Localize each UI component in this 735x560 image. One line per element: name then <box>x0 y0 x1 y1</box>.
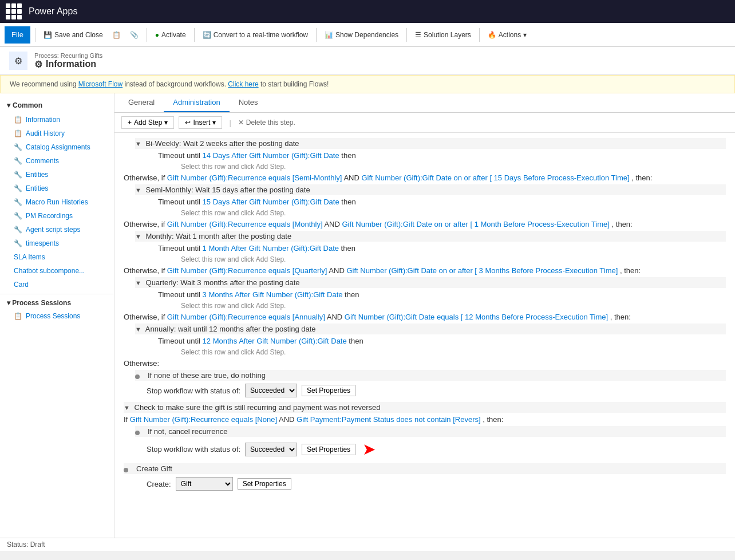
biweekly-select-row: Select this row and click Add Step. <box>181 161 726 172</box>
monthly-link-2[interactable]: Gift Number (Gift):Gift Date on or after… <box>342 220 609 228</box>
audit-icon: 📋 <box>14 129 22 137</box>
sidebar-item-entities-2[interactable]: 🔧 Entities <box>0 182 114 195</box>
actions-button[interactable]: 🔥 Actions ▾ <box>484 29 530 41</box>
sidebar-item-catalog[interactable]: 🔧 Catalog Assignments <box>0 140 114 154</box>
process-sessions-section: ▾ Process Sessions <box>0 294 114 309</box>
stop-status-select-2[interactable]: Succeeded Canceled Failed <box>245 443 297 456</box>
page-name-icon: ⚙ <box>34 59 42 70</box>
collapse-icon[interactable]: ▾ <box>7 101 10 109</box>
monthly-select-row: Select this row and click Add Step. <box>181 254 726 265</box>
quarterly-expand-icon[interactable]: ▼ <box>135 279 141 286</box>
sidebar-item-entities-1[interactable]: 🔧 Entities <box>0 168 114 182</box>
delete-step-button[interactable]: ✕ Delete this step. <box>238 119 295 127</box>
content-area: General Administration Notes + Add Step … <box>114 93 735 538</box>
biweekly-timeout-row: Timeout until 14 Days After Gift Number … <box>158 149 726 161</box>
copy-button[interactable]: 📋 <box>109 29 124 41</box>
file-button[interactable]: File <box>5 26 30 44</box>
monthly-timeout-row: Timeout until 1 Month After Gift Number … <box>158 242 726 254</box>
tab-notes[interactable]: Notes <box>230 93 267 112</box>
annually-link-1[interactable]: Gift Number (Gift):Recurrence equals [An… <box>167 313 325 321</box>
semi-monthly-link-2[interactable]: Gift Number (Gift):Gift Date on or after… <box>361 173 629 182</box>
toolbar: File 💾 Save and Close 📋 📎 ● Activate 🔄 C… <box>0 23 735 47</box>
add-step-button[interactable]: + Add Step ▾ <box>121 116 174 129</box>
sidebar-item-chatbot[interactable]: Chatbot subcompone... <box>0 264 114 278</box>
timeout-link-5[interactable]: 12 Months After Gift Number (Gift):Gift … <box>203 337 347 345</box>
timeout-link-4[interactable]: 3 Months After Gift Number (Gift):Gift D… <box>203 290 343 299</box>
tabs-bar: General Administration Notes <box>114 93 735 113</box>
quarterly-timeout-row: Timeout until 3 Months After Gift Number… <box>158 289 726 301</box>
bullet-icon-2 <box>135 431 140 435</box>
semimonthly-select-row: Select this row and click Add Step. <box>181 208 726 218</box>
activate-button[interactable]: ● Activate <box>152 29 189 41</box>
set-properties-button-3[interactable]: Set Properties <box>238 478 291 490</box>
status-text: Status: Draft <box>7 541 45 549</box>
otherwise-plain-row: Otherwise: <box>124 357 726 369</box>
banner-text-after: to start building Flows! <box>260 80 329 88</box>
payment-status-link[interactable]: Gift Payment:Payment Status does not con… <box>297 415 481 424</box>
sidebar-item-card[interactable]: Card <box>0 278 114 291</box>
create-row: Create: Gift Set Properties <box>147 475 726 493</box>
solution-layers-button[interactable]: ☰ Solution Layers <box>412 29 475 41</box>
stop-status-select-1[interactable]: Succeeded Canceled Failed <box>245 384 297 397</box>
timeout-link-3[interactable]: 1 Month After Gift Number (Gift):Gift Da… <box>203 244 339 253</box>
biweekly-expand-icon[interactable]: ▼ <box>135 140 141 147</box>
toolbar-separator-3 <box>194 28 195 42</box>
add-step-dropdown-icon: ▾ <box>164 119 168 127</box>
attach-button[interactable]: 📎 <box>127 29 142 41</box>
quarterly-link-1[interactable]: Gift Number (Gift):Recurrence equals [Qu… <box>167 266 327 275</box>
gift-none-link[interactable]: Gift Number (Gift):Recurrence equals [No… <box>130 415 277 424</box>
click-here-link[interactable]: Click here <box>228 80 258 88</box>
monthly-expand-icon[interactable]: ▼ <box>135 233 141 240</box>
convert-button[interactable]: 🔄 Convert to a real-time workflow <box>199 29 311 41</box>
process-sessions-icon: 📋 <box>14 312 22 320</box>
quarterly-link-2[interactable]: Gift Number (Gift):Gift Date on or after… <box>346 266 618 275</box>
otherwise-semimonthly-row: Otherwise, if Gift Number (Gift):Recurre… <box>124 172 726 184</box>
annually-expand-icon[interactable]: ▼ <box>135 326 141 333</box>
main-layout: ▾ Common 📋 Information 📋 Audit History 🔧… <box>0 93 735 538</box>
insert-button[interactable]: ↩ Insert ▾ <box>179 116 222 129</box>
process-sessions-collapse-icon[interactable]: ▾ <box>7 299 10 307</box>
annually-link-2[interactable]: Gift Number (Gift):Gift Date equals [ 12… <box>345 313 608 321</box>
sidebar-item-audit-history[interactable]: 📋 Audit History <box>0 127 114 140</box>
if-gift-number-row: If Gift Number (Gift):Recurrence equals … <box>124 413 726 425</box>
banner-text-middle: instead of background workflows. <box>125 80 228 88</box>
tab-general[interactable]: General <box>119 93 164 112</box>
monthly-link-1[interactable]: Gift Number (Gift):Recurrence equals [Mo… <box>167 220 323 228</box>
timeout-link-1[interactable]: 14 Days After Gift Number (Gift):Gift Da… <box>203 151 339 160</box>
waffle-icon[interactable] <box>6 3 22 19</box>
microsoft-flow-link[interactable]: Microsoft Flow <box>78 80 122 88</box>
toolbar-separator <box>35 28 35 42</box>
sidebar-item-timespents[interactable]: 🔧 timespents <box>0 236 114 250</box>
otherwise-quarterly-row: Otherwise, if Gift Number (Gift):Recurre… <box>124 265 726 277</box>
semimonthly-expand-icon[interactable]: ▼ <box>135 187 141 194</box>
check-expand-icon[interactable]: ▼ <box>124 404 130 411</box>
solution-icon: ☰ <box>415 31 421 39</box>
quarterly-select-row: Select this row and click Add Step. <box>181 301 726 311</box>
sidebar-item-process-sessions[interactable]: 📋 Process Sessions <box>0 309 114 323</box>
otherwise-monthly-row: Otherwise, if Gift Number (Gift):Recurre… <box>124 218 726 230</box>
semi-monthly-link-1[interactable]: Gift Number (Gift):Recurrence equals [Se… <box>167 173 342 182</box>
top-bar: Power Apps <box>0 0 735 23</box>
dependencies-button[interactable]: 📊 Show Dependencies <box>321 29 402 41</box>
entities-1-icon: 🔧 <box>14 171 22 179</box>
red-arrow-icon: ➤ <box>362 440 376 459</box>
sidebar-item-macro[interactable]: 🔧 Macro Run Histories <box>0 195 114 209</box>
create-select[interactable]: Gift <box>176 477 233 491</box>
information-icon: 📋 <box>14 116 22 124</box>
timeout-link-2[interactable]: 15 Days After Gift Number (Gift):Gift Da… <box>203 198 339 206</box>
sidebar-item-information[interactable]: 📋 Information <box>0 113 114 127</box>
cancel-recurrence-row: If not, cancel recurrence <box>135 426 726 437</box>
save-close-button[interactable]: 💾 Save and Close <box>40 29 106 41</box>
sidebar-item-comments[interactable]: 🔧 Comments <box>0 154 114 168</box>
set-properties-button-1[interactable]: Set Properties <box>302 385 355 396</box>
sidebar-item-agent[interactable]: 🔧 Agent script steps <box>0 223 114 236</box>
page-header: ⚙ Process: Recurring Gifts ⚙ Information <box>0 47 735 75</box>
workflow-content: ▼ Bi-Weekly: Wait 2 weeks after the post… <box>114 133 735 538</box>
tab-administration[interactable]: Administration <box>164 93 229 112</box>
none-of-these-row: If none of these are true, do nothing <box>135 370 726 381</box>
check-header-row: ▼ Check to make sure the gift is still r… <box>124 402 726 413</box>
sidebar-item-sla[interactable]: SLA Items <box>0 250 114 264</box>
sidebar-item-pm[interactable]: 🔧 PM Recordings <box>0 209 114 223</box>
set-properties-button-2[interactable]: Set Properties <box>302 444 355 455</box>
status-bar: Status: Draft <box>0 538 735 551</box>
